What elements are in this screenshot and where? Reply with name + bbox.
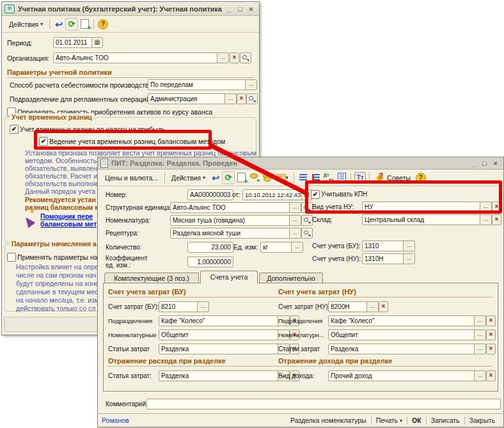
clear-button[interactable]: × — [379, 301, 388, 312]
select-button[interactable]: ... — [480, 214, 492, 225]
apply-accrual-checkbox[interactable] — [7, 253, 16, 262]
help-icon[interactable]: ? — [414, 171, 427, 184]
maximize-button[interactable]: □ — [479, 159, 490, 167]
assistant-link[interactable]: Помощник пере — [40, 212, 93, 220]
number-field[interactable]: АА000000003 — [187, 189, 233, 200]
refresh-icon[interactable]: ⟳ — [65, 18, 78, 31]
tab-accounts[interactable]: Счета учета — [200, 271, 258, 283]
select-button[interactable]: ... — [224, 93, 237, 104]
copy-new-icon[interactable]: + — [235, 171, 248, 184]
select-button[interactable]: ... — [289, 228, 301, 239]
bu-department-field[interactable]: Кафе "Колесо" — [159, 315, 281, 326]
dtkt-postings-icon[interactable]: Дт Кт — [322, 171, 335, 184]
magnifier-button[interactable] — [246, 93, 258, 104]
refresh-icon[interactable]: ⟳ — [222, 171, 235, 184]
nu-accounts-toggle-icon[interactable]: Тт — [354, 171, 366, 184]
actions-menu-button[interactable]: Действия ▾ — [5, 19, 47, 30]
magnifier-button[interactable] — [240, 52, 251, 63]
clear-button[interactable]: × — [486, 370, 496, 381]
clear-button[interactable]: × — [486, 329, 496, 340]
save-button[interactable]: Записать — [427, 416, 464, 424]
department-field[interactable]: Администрация — [148, 93, 228, 104]
policy-window-titlebar[interactable]: ≈ Учетная политика (бухгалтерский учет):… — [2, 2, 259, 16]
save-close-icon[interactable]: ↩ — [209, 171, 222, 184]
balance-method-checkbox[interactable]: ✔ — [39, 137, 48, 146]
nomenclature-cutting-button[interactable]: Разделка номенклатуры — [286, 416, 371, 424]
magnifier-button[interactable] — [301, 215, 313, 226]
date-field[interactable]: 10.10.2012 12:42:43 — [242, 189, 305, 200]
select-button[interactable]: ... — [289, 202, 301, 213]
coefficient-field[interactable]: 1,00000000 — [187, 257, 233, 267]
profit-tax-diff-checkbox[interactable]: ✔ — [10, 125, 19, 134]
actions-menu-button[interactable]: Действия ▾ — [168, 172, 209, 184]
clear-button[interactable]: × — [492, 214, 501, 225]
quantity-field[interactable]: 23,000 — [187, 242, 233, 253]
close-button[interactable]: × — [246, 5, 256, 13]
select-button[interactable]: ... — [474, 370, 486, 381]
structural-unit-field[interactable]: Авто-Альянс ТОО — [170, 202, 293, 213]
expense-item-field[interactable]: Разделка — [159, 370, 281, 381]
uom-field[interactable]: кг — [260, 242, 295, 253]
magnifier-button[interactable] — [301, 202, 313, 213]
maximize-button[interactable]: □ — [235, 5, 246, 13]
period-field[interactable]: 01.01.2011 — [53, 37, 95, 48]
nu-nomenclature-group-field[interactable]: Общепит — [328, 329, 478, 340]
magnifier-button[interactable] — [301, 228, 313, 239]
comment-field[interactable] — [146, 399, 501, 409]
warehouse-field[interactable]: Центральный склад — [362, 214, 484, 225]
bu-nomenclature-group-field[interactable]: Общепит — [159, 329, 281, 340]
assistant-link[interactable]: балансовым мет — [40, 220, 97, 228]
nu-cost-items-field[interactable]: Разделка — [328, 344, 478, 354]
calendar-button[interactable]: ▦ — [91, 37, 103, 48]
copy-new-icon[interactable]: + — [78, 18, 91, 31]
document-movements-icon[interactable] — [310, 171, 322, 184]
select-button[interactable]: ... — [403, 241, 415, 251]
tab-components[interactable]: Комплектующие (3 поз.) — [104, 273, 199, 283]
select-button[interactable]: ... — [474, 329, 486, 340]
print-save-icon[interactable]: → ▾ — [273, 171, 291, 184]
clear-button[interactable]: × — [237, 93, 246, 104]
clear-button[interactable]: × — [486, 315, 496, 326]
tips-button[interactable]: ? Советы — [372, 171, 414, 184]
ok-button[interactable]: ОК — [407, 416, 426, 424]
document-structure-icon[interactable] — [297, 171, 310, 184]
select-button[interactable]: ... — [474, 344, 486, 354]
minimize-button[interactable]: _ — [224, 5, 235, 13]
journal-icon[interactable] — [335, 171, 348, 184]
nomenclature-field[interactable]: Мясная туша (говядина) — [170, 215, 293, 226]
select-button[interactable]: ... — [289, 215, 301, 226]
recipe-field[interactable]: Разделка мясной туши — [170, 228, 293, 239]
bu-cost-items-field[interactable]: Разделка — [159, 344, 281, 354]
organization-field[interactable]: Авто-Альянс ТОО — [53, 52, 219, 63]
cost-method-field[interactable]: По переделам — [148, 79, 249, 90]
help-icon[interactable]: ? — [97, 18, 109, 31]
select-button[interactable]: ... — [480, 202, 492, 212]
nu-department-field[interactable]: Кафе "Колесо" — [328, 315, 478, 326]
select-button[interactable]: ... — [474, 315, 486, 326]
save-close-icon[interactable]: ↩ — [52, 18, 65, 31]
prices-currency-button[interactable]: Цены и валюта... — [101, 172, 162, 184]
select-button[interactable]: ... — [403, 253, 415, 264]
select-button[interactable]: ... — [217, 52, 229, 63]
select-button[interactable]: ... — [366, 301, 379, 312]
clear-button[interactable]: × — [486, 344, 496, 354]
clear-button[interactable]: × — [492, 202, 501, 212]
select-button[interactable]: ... — [291, 242, 303, 253]
clear-button[interactable]: × — [230, 52, 239, 63]
income-kind-field[interactable]: Прочий доход — [328, 370, 478, 381]
bu-account-field[interactable]: 8210 — [159, 301, 201, 312]
account-nu-field[interactable]: 1310Н — [362, 253, 406, 264]
close-button[interactable]: × — [490, 159, 501, 167]
close-window-button[interactable]: Закрыть — [465, 416, 500, 424]
nu-kind-field[interactable]: НУ — [362, 202, 484, 212]
document-window-titlebar[interactable]: ПИТ: Разделка: Разделка. Проведен _ □ × — [98, 157, 503, 170]
nu-account-field[interactable]: 8200Н — [328, 301, 370, 312]
kpn-checkbox[interactable]: ✔ — [311, 190, 320, 199]
unpost-document-icon[interactable] — [260, 171, 273, 184]
select-button[interactable]: ... — [197, 301, 209, 312]
select-button[interactable]: ... — [245, 79, 257, 90]
tab-additional[interactable]: Дополнительно — [259, 273, 323, 283]
post-document-icon[interactable]: ▸ — [248, 171, 260, 184]
account-bu-field[interactable]: 1310 — [362, 241, 406, 251]
print-button[interactable]: Печать ▾ — [372, 416, 407, 424]
